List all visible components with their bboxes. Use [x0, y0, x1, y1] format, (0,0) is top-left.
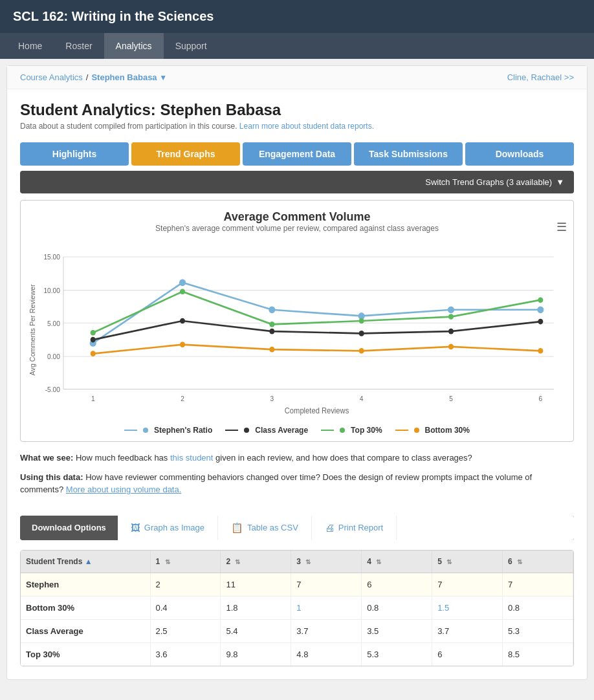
image-icon: 🖼 [131, 522, 140, 533]
sort-icon: ⇅ [376, 558, 381, 565]
chart-menu-icon[interactable]: ☰ [556, 220, 567, 234]
chart-title: Average Comment Volume [27, 210, 567, 224]
svg-text:5: 5 [449, 395, 453, 402]
cell: 3.6 [150, 642, 221, 666]
chart-legend: Stephen's Ratio Class Average Top 30% Bo… [27, 426, 567, 435]
what-we-see-label: What we see: [20, 453, 73, 463]
sort-up-icon: ▲ [85, 557, 93, 566]
cell: 8.5 [503, 642, 573, 666]
svg-point-31 [180, 289, 185, 294]
table-icon: 📋 [231, 522, 243, 534]
cell: 3.7 [432, 619, 503, 642]
table-row: Bottom 30% 0.4 1.8 1 0.8 1.5 0.8 [21, 596, 573, 619]
svg-point-38 [269, 347, 274, 353]
cell: 0.8 [362, 596, 432, 619]
col-4[interactable]: 4 ⇅ [362, 551, 432, 573]
sort-icon: ⇅ [235, 558, 240, 565]
col-1[interactable]: 1 ⇅ [150, 551, 221, 573]
switch-bar[interactable]: Switch Trend Graphs (3 available) ▼ [20, 171, 574, 193]
chart-area: Avg Comments Per Reviewer 15.00 10.00 5.… [27, 239, 567, 421]
svg-point-25 [180, 318, 185, 324]
svg-point-36 [91, 351, 96, 356]
breadcrumb-separator: / [86, 72, 89, 82]
chevron-down-icon: ▼ [556, 177, 564, 187]
svg-point-22 [448, 306, 454, 313]
using-this-data: Using this data: How have reviewer comme… [20, 471, 574, 496]
download-options-label: Download Options [20, 516, 118, 539]
nav-analytics[interactable]: Analytics [104, 33, 164, 59]
svg-text:0.00: 0.00 [47, 353, 60, 360]
col-student-trends[interactable]: Student Trends ▲ [21, 551, 150, 573]
student-subtitle: Data about a student compiled from parti… [20, 122, 574, 131]
insight-box: What we see: How much feedback has this … [7, 442, 587, 512]
col-2[interactable]: 2 ⇅ [221, 551, 291, 573]
row-label-class-average: Class Average [21, 619, 150, 642]
cell: 1.8 [221, 596, 291, 619]
svg-text:Avg Comments Per Reviewer: Avg Comments Per Reviewer [29, 284, 36, 376]
legend-top30: Top 30% [321, 426, 382, 435]
cell[interactable]: 1.5 [432, 596, 503, 619]
svg-point-23 [537, 306, 544, 313]
tab-engagement-data[interactable]: Engagement Data [243, 142, 351, 166]
tab-trend-graphs[interactable]: Trend Graphs [131, 142, 240, 166]
chevron-down-icon[interactable]: ▼ [159, 73, 167, 82]
legend-top30-label: Top 30% [351, 426, 382, 435]
tab-highlights[interactable]: Highlights [20, 142, 129, 166]
cell: 9.8 [221, 642, 291, 666]
what-we-see: What we see: How much feedback has this … [20, 452, 574, 465]
app-title: SCL 162: Writing in the Sciences [13, 9, 214, 23]
cell: 4.8 [291, 642, 362, 666]
cell: 7 [291, 573, 362, 596]
cell: 0.4 [150, 596, 221, 619]
cell: 7 [503, 573, 573, 596]
cell: 0.8 [503, 596, 573, 619]
using-link[interactable]: More about using volume data. [66, 485, 182, 494]
graph-as-image-option[interactable]: 🖼 Graph as Image [118, 516, 218, 540]
breadcrumb-left: Course Analytics / Stephen Babasa ▼ [20, 72, 167, 82]
app-header: SCL 162: Writing in the Sciences [0, 0, 594, 33]
table-row: Top 30% 3.6 9.8 4.8 5.3 6 8.5 [21, 642, 573, 666]
legend-bottom30: Bottom 30% [395, 426, 470, 435]
svg-point-19 [179, 279, 186, 286]
sort-icon: ⇅ [305, 558, 311, 565]
breadcrumb: Course Analytics / Stephen Babasa ▼ Clin… [7, 66, 587, 89]
nav-support[interactable]: Support [164, 33, 219, 59]
cell[interactable]: 1 [291, 596, 362, 619]
learn-more-link[interactable]: Learn more about student data reports. [239, 122, 374, 131]
tab-nav: Highlights Trend Graphs Engagement Data … [7, 137, 587, 171]
nav-bar: Home Roster Analytics Support [0, 33, 594, 59]
using-text: How have reviewer commenting behaviors c… [20, 472, 532, 495]
svg-point-40 [448, 344, 454, 350]
cell: 6 [432, 642, 503, 666]
svg-text:15.00: 15.00 [43, 254, 60, 261]
nav-home[interactable]: Home [6, 33, 54, 59]
tab-downloads[interactable]: Downloads [465, 142, 574, 166]
cell: 5.3 [503, 619, 573, 642]
svg-text:3: 3 [270, 395, 274, 402]
col-5[interactable]: 5 ⇅ [432, 551, 503, 573]
cell: 5.3 [362, 642, 432, 666]
data-table: Student Trends ▲ 1 ⇅ 2 ⇅ 3 ⇅ 4 ⇅ 5 ⇅ 6 ⇅… [20, 550, 574, 666]
legend-class-average: Class Average [225, 426, 308, 435]
tab-task-submissions[interactable]: Task Submissions [354, 142, 463, 166]
row-label-bottom30: Bottom 30% [21, 596, 150, 619]
nav-roster[interactable]: Roster [54, 33, 104, 59]
svg-point-37 [180, 342, 185, 347]
breadcrumb-next-link[interactable]: Cline, Rachael >> [507, 72, 574, 82]
svg-text:10.00: 10.00 [43, 287, 60, 294]
breadcrumb-parent-link[interactable]: Course Analytics [20, 72, 83, 82]
col-6[interactable]: 6 ⇅ [503, 551, 573, 573]
legend-stephens-ratio-label: Stephen's Ratio [154, 426, 212, 435]
svg-point-35 [538, 297, 543, 303]
print-report-option[interactable]: 🖨 Print Report [312, 516, 397, 540]
col-3[interactable]: 3 ⇅ [291, 551, 362, 573]
svg-text:5.00: 5.00 [47, 320, 60, 327]
student-title: Student Analytics: Stephen Babasa [20, 101, 574, 119]
table-as-csv-option[interactable]: 📋 Table as CSV [218, 516, 312, 540]
switch-label: Switch Trend Graphs (3 available) [425, 177, 552, 187]
svg-text:6: 6 [538, 395, 542, 402]
download-options: 🖼 Graph as Image 📋 Table as CSV 🖨 Print … [118, 516, 574, 540]
cell: 3.5 [362, 619, 432, 642]
svg-point-32 [269, 322, 274, 327]
using-label: Using this data: [20, 472, 83, 482]
